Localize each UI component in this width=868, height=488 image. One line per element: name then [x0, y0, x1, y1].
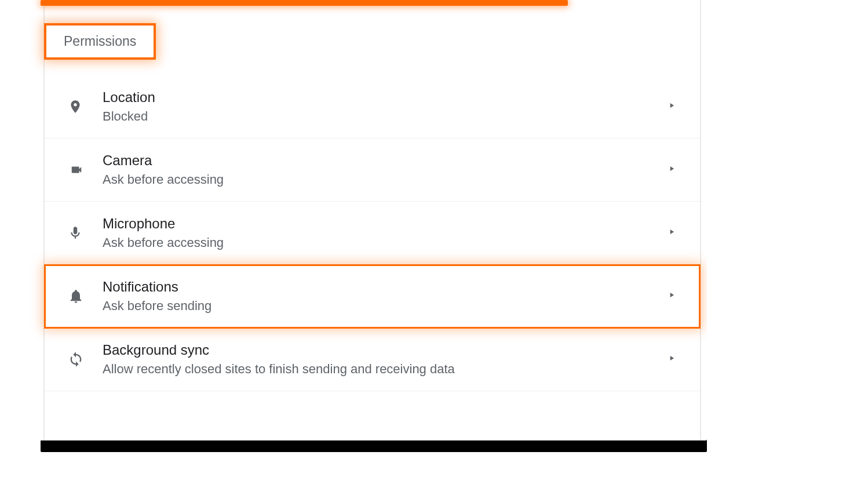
row-text: Background sync Allow recently closed si… [103, 342, 668, 377]
row-title: Microphone [103, 216, 668, 232]
camera-icon [68, 163, 103, 176]
row-text: Camera Ask before accessing [103, 152, 668, 187]
section-title: Permissions [64, 34, 136, 49]
permission-row-camera[interactable]: Camera Ask before accessing [45, 139, 700, 202]
row-subtitle: Ask before sending [103, 298, 668, 314]
row-subtitle: Blocked [103, 109, 668, 124]
sync-icon [68, 351, 103, 367]
permissions-list: Location Blocked Camera Ask before acces… [45, 75, 700, 391]
chevron-right-icon [668, 290, 678, 303]
row-subtitle: Ask before accessing [103, 172, 668, 187]
row-subtitle: Allow recently closed sites to finish se… [103, 362, 668, 377]
divider-right [700, 0, 701, 440]
row-subtitle: Ask before accessing [103, 235, 668, 250]
permission-row-notifications[interactable]: Notifications Ask before sending [45, 265, 700, 328]
top-highlight-bar [41, 0, 568, 6]
microphone-icon [68, 224, 103, 242]
permission-row-location[interactable]: Location Blocked [45, 75, 700, 139]
chevron-right-icon [668, 353, 678, 366]
chevron-right-icon [668, 163, 678, 176]
row-title: Location [103, 89, 668, 105]
chevron-right-icon [668, 227, 678, 239]
row-title: Background sync [103, 342, 668, 358]
row-title: Notifications [103, 279, 668, 295]
section-header: Permissions [44, 23, 156, 60]
row-text: Notifications Ask before sending [103, 279, 668, 314]
page-root: Permissions Location Blocked [0, 0, 868, 488]
row-title: Camera [103, 152, 668, 169]
bell-icon [68, 287, 103, 305]
permissions-card: Permissions Location Blocked [12, 0, 707, 440]
location-icon [68, 97, 103, 116]
permission-row-microphone[interactable]: Microphone Ask before accessing [45, 202, 700, 265]
permission-row-background-sync[interactable]: Background sync Allow recently closed si… [45, 328, 700, 391]
chevron-right-icon [668, 100, 678, 113]
row-text: Microphone Ask before accessing [103, 216, 668, 250]
row-text: Location Blocked [103, 89, 668, 124]
